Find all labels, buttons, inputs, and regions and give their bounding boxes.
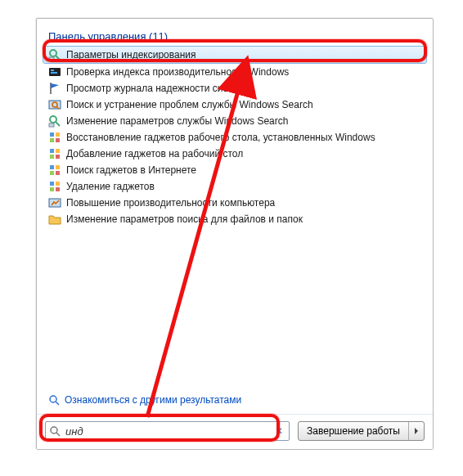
svg-rect-27 xyxy=(56,187,60,191)
result-item-folder-search[interactable]: Изменение параметров поиска для файлов и… xyxy=(43,211,426,227)
clear-search-button[interactable]: ✕ xyxy=(272,424,285,438)
result-item-perf-index[interactable]: Проверка индекса производительности Wind… xyxy=(43,64,426,80)
search-icon xyxy=(48,394,60,406)
result-label: Проверка индекса производительности Wind… xyxy=(66,66,289,78)
more-results-link[interactable]: Ознакомиться с другими результатами xyxy=(37,389,433,414)
svg-point-0 xyxy=(50,50,56,56)
flag-icon xyxy=(48,82,61,95)
folder-search-icon xyxy=(48,213,61,226)
svg-rect-25 xyxy=(56,182,60,186)
magnifier-icon xyxy=(49,425,61,437)
svg-rect-19 xyxy=(56,155,60,159)
result-label: Изменение параметров поиска для файлов и… xyxy=(66,213,303,225)
svg-rect-20 xyxy=(50,165,54,169)
gadget-add-icon xyxy=(48,147,61,160)
svg-rect-15 xyxy=(56,138,60,142)
result-item-gadget-add[interactable]: Добавление гаджетов на рабочий стол xyxy=(43,146,426,162)
svg-rect-14 xyxy=(50,138,54,142)
result-item-perf-boost[interactable]: Повышение производительности компьютера xyxy=(43,195,426,211)
result-item-gadget-web[interactable]: Поиск гаджетов в Интернете xyxy=(43,162,426,178)
svg-rect-24 xyxy=(50,182,54,186)
result-item-indexing-options[interactable]: Параметры индексирования xyxy=(43,46,427,64)
search-field-wrap: ✕ xyxy=(45,421,290,441)
results-header[interactable]: Панель управления (11) xyxy=(37,27,433,46)
svg-rect-2 xyxy=(49,57,54,61)
svg-rect-18 xyxy=(50,155,54,159)
result-label: Восстановление гаджетов рабочего стола, … xyxy=(66,132,375,143)
search-input[interactable] xyxy=(64,424,272,438)
start-menu-search-panel: Панель управления (11) Параметры индекси… xyxy=(36,18,434,450)
svg-point-29 xyxy=(50,396,56,402)
result-label: Удаление гаджетов xyxy=(66,181,155,192)
gadget-del-icon xyxy=(48,180,61,193)
svg-rect-17 xyxy=(56,149,60,153)
svg-rect-4 xyxy=(51,70,54,71)
svg-rect-13 xyxy=(56,132,60,137)
result-label: Добавление гаджетов на рабочий стол xyxy=(66,148,243,159)
chevron-right-icon xyxy=(413,428,420,434)
svg-rect-16 xyxy=(50,149,54,153)
result-item-search-fix[interactable]: Поиск и устранение проблем службы Window… xyxy=(43,97,426,113)
svg-point-9 xyxy=(50,116,56,123)
svg-point-31 xyxy=(51,427,57,433)
results-header-count: 11 xyxy=(152,30,164,43)
gadget-web-icon xyxy=(48,164,61,177)
svg-line-30 xyxy=(56,402,59,405)
result-label: Повышение производительности компьютера xyxy=(66,197,275,209)
result-item-gadget-restore[interactable]: Восстановление гаджетов рабочего стола, … xyxy=(43,129,426,146)
svg-rect-26 xyxy=(50,187,54,191)
perf-index-icon xyxy=(48,65,61,79)
result-item-gadget-del[interactable]: Удаление гаджетов xyxy=(43,178,426,195)
spacer xyxy=(37,227,433,389)
shutdown-menu-arrow[interactable] xyxy=(409,422,424,440)
shutdown-button-label: Завершение работы xyxy=(299,422,409,440)
indexing-options-icon xyxy=(48,48,61,61)
result-item-search-settings[interactable]: Изменение параметров службы Windows Sear… xyxy=(43,113,426,129)
result-label: Поиск и устранение проблем службы Window… xyxy=(66,99,313,110)
results-list: Параметры индексирования Проверка индекс… xyxy=(37,46,433,227)
shutdown-button[interactable]: Завершение работы xyxy=(298,421,425,441)
result-label: Поиск гаджетов в Интернете xyxy=(66,164,196,176)
result-label: Изменение параметров службы Windows Sear… xyxy=(66,115,288,127)
search-fix-icon xyxy=(48,98,61,111)
result-label: Просмотр журнала надежности системы xyxy=(66,83,251,94)
perf-boost-icon xyxy=(48,196,61,209)
svg-rect-12 xyxy=(50,132,54,137)
more-results-label: Ознакомиться с другими результатами xyxy=(65,394,241,406)
search-settings-icon xyxy=(48,115,61,128)
result-item-reliability[interactable]: Просмотр журнала надежности системы xyxy=(43,80,426,97)
svg-line-10 xyxy=(56,122,60,126)
svg-rect-22 xyxy=(50,171,54,175)
svg-rect-23 xyxy=(56,171,60,175)
gadget-restore-icon xyxy=(48,131,61,144)
results-header-title: Панель управления xyxy=(48,30,146,43)
bottom-bar: ✕ Завершение работы xyxy=(37,414,433,449)
svg-line-1 xyxy=(56,56,60,60)
result-label: Параметры индексирования xyxy=(66,49,196,61)
svg-rect-21 xyxy=(56,165,60,169)
svg-rect-11 xyxy=(49,123,54,127)
svg-rect-5 xyxy=(51,72,57,74)
svg-line-32 xyxy=(56,433,60,436)
